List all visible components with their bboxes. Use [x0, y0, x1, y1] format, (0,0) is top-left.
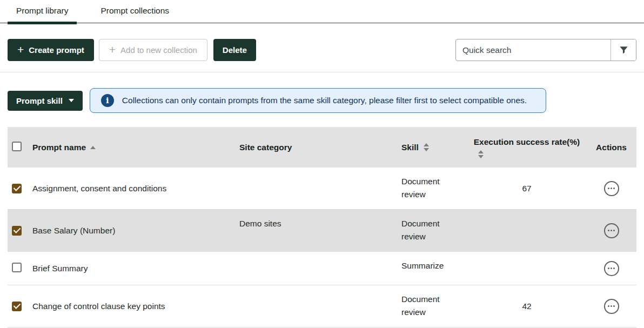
- skill-cell: Summarize: [401, 252, 473, 285]
- info-banner-text: Collections can only contain prompts fro…: [122, 96, 527, 105]
- prompt-name-cell: Base Salary (Number): [32, 226, 239, 236]
- more-actions-button[interactable]: [604, 261, 619, 276]
- add-to-new-collection-label: Add to new collection: [120, 45, 197, 55]
- filter-row: Prompt skill i Collections can only cont…: [8, 88, 636, 113]
- more-actions-button[interactable]: [604, 223, 619, 238]
- prompt-skill-dropdown[interactable]: Prompt skill: [8, 91, 83, 111]
- prompt-name-cell: Assignment, consent and conditions: [32, 184, 239, 193]
- row-checkbox[interactable]: [12, 302, 22, 311]
- row-checkbox[interactable]: [12, 263, 22, 272]
- column-header-prompt-name[interactable]: Prompt name: [32, 143, 239, 152]
- sort-both-icon: [478, 150, 484, 158]
- sort-both-icon: [424, 143, 429, 151]
- skill-cell: Document review: [401, 285, 473, 327]
- search-input[interactable]: [456, 39, 611, 61]
- row-checkbox[interactable]: [12, 184, 22, 193]
- plus-icon: +: [17, 44, 24, 55]
- tab-prompt-collections[interactable]: Prompt collections: [92, 1, 178, 23]
- prompt-skill-label: Prompt skill: [16, 96, 63, 105]
- ellipsis-icon: [611, 267, 612, 269]
- success-rate-cell: 67: [473, 184, 586, 193]
- site-category-cell: [239, 168, 401, 209]
- site-category-cell: Demo sites: [239, 210, 401, 251]
- sort-ascending-icon: [90, 146, 96, 149]
- success-rate-cell: 42: [473, 302, 586, 311]
- tab-label: Prompt library: [16, 6, 68, 15]
- site-category-cell: [239, 252, 401, 285]
- prompts-table: Prompt name Site category Skill Executio…: [8, 127, 636, 327]
- prompt-name-cell: Brief Summary: [32, 264, 239, 273]
- more-actions-button[interactable]: [604, 181, 619, 196]
- skill-cell: Document review: [401, 210, 473, 251]
- column-header-actions: Actions: [586, 143, 636, 152]
- more-actions-button[interactable]: [604, 299, 619, 314]
- skill-cell: Document review: [401, 168, 473, 209]
- site-category-cell: [239, 285, 401, 327]
- select-all-checkbox[interactable]: [12, 142, 22, 151]
- chevron-down-icon: [69, 99, 74, 102]
- tab-prompt-library[interactable]: Prompt library: [8, 1, 77, 23]
- column-header-site-category: Site category: [239, 141, 401, 154]
- add-to-new-collection-button[interactable]: + Add to new collection: [99, 39, 207, 61]
- column-header-success-rate[interactable]: Execution success rate(%): [473, 136, 586, 158]
- prompt-name-cell: Change of control clause key points: [32, 302, 239, 311]
- search-box: [455, 39, 636, 61]
- toolbar-divider: [0, 72, 644, 72]
- info-banner: i Collections can only contain prompts f…: [90, 88, 546, 113]
- funnel-filter-icon: [619, 45, 629, 55]
- ellipsis-icon: [611, 188, 612, 189]
- table-row: Assignment, consent and conditions Docum…: [8, 168, 636, 210]
- prompt-library-page: Prompt library Prompt collections + Crea…: [0, 0, 644, 328]
- delete-button[interactable]: Delete: [213, 39, 256, 61]
- filter-button[interactable]: [611, 39, 636, 61]
- tab-label: Prompt collections: [100, 6, 169, 15]
- create-prompt-label: Create prompt: [29, 45, 84, 55]
- table-row: Change of control clause key points Docu…: [8, 285, 636, 327]
- tab-bar: Prompt library Prompt collections: [0, 0, 644, 23]
- ellipsis-icon: [611, 230, 612, 231]
- toolbar: + Create prompt + Add to new collection …: [8, 39, 636, 61]
- table-row: Base Salary (Number) Demo sites Document…: [8, 210, 636, 252]
- table-row: Brief Summary Summarize: [8, 252, 636, 285]
- create-prompt-button[interactable]: + Create prompt: [8, 39, 94, 61]
- plus-icon: +: [109, 44, 116, 55]
- row-checkbox[interactable]: [12, 226, 22, 236]
- ellipsis-icon: [611, 305, 612, 307]
- column-header-skill[interactable]: Skill: [401, 141, 473, 154]
- table-header-row: Prompt name Site category Skill Executio…: [8, 127, 636, 168]
- info-icon: i: [101, 94, 114, 107]
- delete-label: Delete: [223, 45, 247, 55]
